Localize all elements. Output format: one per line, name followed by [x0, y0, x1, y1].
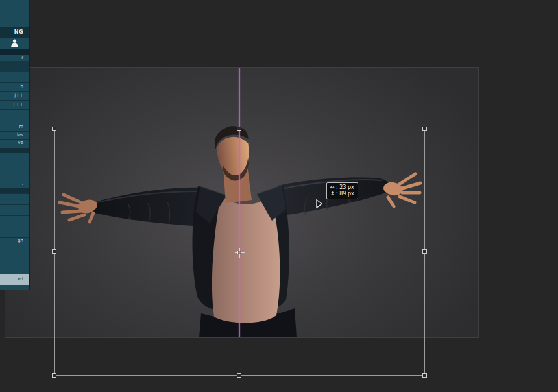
sidebar-divider	[0, 188, 29, 193]
sidebar-item[interactable]	[0, 193, 29, 204]
sidebar-item[interactable]	[0, 265, 29, 274]
sidebar-item[interactable]	[0, 256, 29, 265]
handle-middle-left[interactable]	[52, 249, 56, 254]
sidebar-divider	[0, 49, 29, 55]
horizontal-arrow-icon: ↔	[330, 184, 336, 191]
sidebar-item[interactable]: ve	[0, 139, 29, 148]
dy-value: : 89 px	[336, 191, 354, 197]
handle-bottom-left[interactable]	[52, 373, 56, 378]
sidebar-item[interactable]	[0, 171, 29, 180]
person-icon	[10, 38, 19, 47]
sidebar-panel-title: NG	[0, 27, 29, 38]
sidebar-item[interactable]	[0, 247, 29, 256]
tooltip-dx-row: ↔: 23 px	[330, 184, 354, 191]
sidebar-item[interactable]: m	[0, 123, 29, 131]
dx-value: : 23 px	[336, 184, 354, 190]
sidebar-item[interactable]: r	[0, 55, 29, 61]
sidebar-item-people[interactable]	[0, 38, 29, 49]
sidebar-item[interactable]	[0, 227, 29, 237]
sidebar-item-selected[interactable]: ed	[0, 274, 29, 285]
handle-bottom-middle[interactable]	[237, 373, 241, 378]
sidebar-item[interactable]: h	[0, 82, 29, 91]
handle-bottom-right[interactable]	[422, 373, 427, 378]
sidebar-item[interactable]	[0, 162, 29, 171]
crosshair-icon	[237, 251, 241, 254]
sidebar-item[interactable]: les	[0, 131, 29, 139]
sidebar-divider	[0, 148, 29, 153]
move-cursor-icon	[314, 199, 324, 209]
transform-reference-point[interactable]	[235, 248, 245, 258]
sidebar-item[interactable]	[0, 153, 29, 162]
handle-top-right[interactable]	[422, 127, 427, 131]
handle-middle-right[interactable]	[422, 249, 427, 254]
sidebar-item[interactable]: j++	[0, 91, 29, 100]
vertical-arrow-icon: ↕	[330, 191, 336, 197]
sidebar-item[interactable]	[0, 204, 29, 215]
sidebar-item[interactable]	[0, 215, 29, 227]
sidebar-item[interactable]: +++	[0, 100, 29, 109]
tooltip-dy-row: ↕: 89 px	[330, 191, 354, 197]
sidebar-item[interactable]: gn	[0, 237, 29, 247]
handle-top-middle[interactable]	[237, 127, 241, 131]
sidebar-item[interactable]: .	[0, 180, 29, 188]
left-sidebar-panel: NG r h j++ +++ m les ve . gn ed	[0, 0, 30, 290]
sidebar-item[interactable]	[0, 109, 29, 123]
sidebar-divider	[0, 61, 29, 72]
handle-top-left[interactable]	[52, 127, 56, 131]
app-window: ↔: 23 px ↕: 89 px NG r h j++ +++ m les v…	[0, 0, 558, 392]
measurement-tooltip: ↔: 23 px ↕: 89 px	[326, 182, 358, 199]
